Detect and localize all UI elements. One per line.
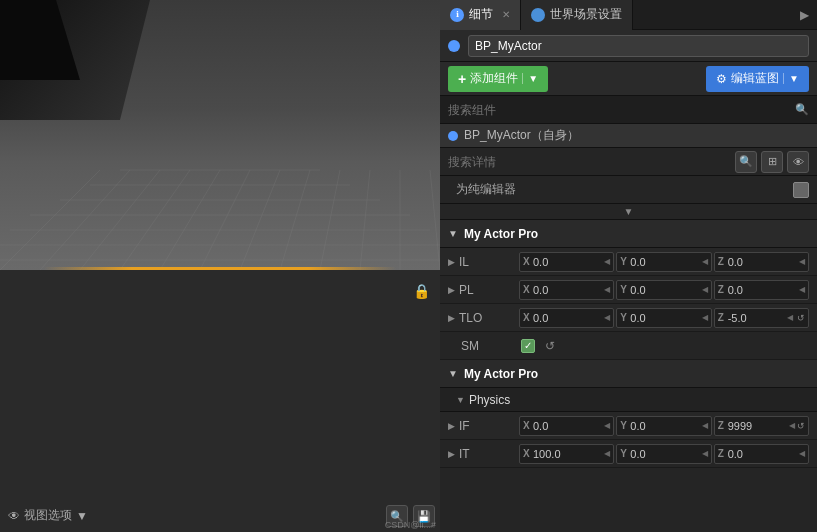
search-details-eye-button[interactable]: 👁 <box>787 151 809 173</box>
tlo-z-arrow: ◀ <box>787 313 793 322</box>
sm-reset-icon[interactable]: ↺ <box>545 339 555 353</box>
if-expand-arrow[interactable]: ▶ <box>448 421 455 431</box>
view-options[interactable]: 👁 视图选项 ▼ <box>8 507 88 524</box>
pure-editor-row: 为纯编辑器 <box>440 176 817 204</box>
tab-details[interactable]: ℹ 细节 ✕ <box>440 0 521 30</box>
property-row-if: ▶ IF X 0.0 ◀ Y 0.0 ◀ Z 9999 ◀ ↺ <box>440 412 817 440</box>
pl-expand-arrow[interactable]: ▶ <box>448 285 455 295</box>
viewport-background <box>0 0 440 270</box>
pl-z-field[interactable]: Z 0.0 ◀ <box>714 280 809 300</box>
actor-name-input[interactable] <box>468 35 809 57</box>
tlo-expand-arrow[interactable]: ▶ <box>448 313 455 323</box>
it-expand-arrow[interactable]: ▶ <box>448 449 455 459</box>
tlo-x-field[interactable]: X 0.0 ◀ <box>519 308 614 328</box>
property-row-it: ▶ IT X 100.0 ◀ Y 0.0 ◀ Z 0.0 ◀ <box>440 440 817 468</box>
it-label: IT <box>459 447 519 461</box>
viewport-bottom-panel: 🔒 🔍 💾 <box>0 270 440 532</box>
pl-x-field[interactable]: X 0.0 ◀ <box>519 280 614 300</box>
tlo-z-value: -5.0 <box>728 312 785 324</box>
property-row-tlo: ▶ TLO X 0.0 ◀ Y 0.0 ◀ Z -5.0 ◀ ↺ <box>440 304 817 332</box>
section-2-title: My Actor Pro <box>464 367 538 381</box>
if-reset-icon[interactable]: ↺ <box>797 421 805 431</box>
tlo-x-value: 0.0 <box>533 312 602 324</box>
if-label: IF <box>459 419 519 433</box>
if-z-field[interactable]: Z 9999 ◀ ↺ <box>714 416 809 436</box>
it-z-arrow: ◀ <box>799 449 805 458</box>
bp-dot-icon <box>448 131 458 141</box>
world-settings-icon <box>531 8 545 22</box>
tlo-y-field[interactable]: Y 0.0 ◀ <box>616 308 711 328</box>
tlo-y-arrow: ◀ <box>702 313 708 322</box>
tlo-x-arrow: ◀ <box>604 313 610 322</box>
add-component-label: 添加组件 <box>470 70 518 87</box>
physics-subsection[interactable]: ▼ Physics <box>440 388 817 412</box>
il-y-field[interactable]: Y 0.0 ◀ <box>616 252 711 272</box>
if-x-label: X <box>523 420 531 431</box>
view-options-label: 视图选项 <box>24 507 72 524</box>
toolbar: + 添加组件 ▼ ⚙ 编辑蓝图 ▼ <box>440 62 817 96</box>
sm-checkbox[interactable]: ✓ <box>521 339 535 353</box>
il-x-field[interactable]: X 0.0 ◀ <box>519 252 614 272</box>
tlo-x-label: X <box>523 312 531 323</box>
if-values: X 0.0 ◀ Y 0.0 ◀ Z 9999 ◀ ↺ <box>519 416 809 436</box>
it-x-field[interactable]: X 100.0 ◀ <box>519 444 614 464</box>
tab-bar: ℹ 细节 ✕ 世界场景设置 ▶ <box>440 0 817 30</box>
it-y-field[interactable]: Y 0.0 ◀ <box>616 444 711 464</box>
add-component-button[interactable]: + 添加组件 ▼ <box>448 66 548 92</box>
tlo-z-label: Z <box>718 312 726 323</box>
svg-line-16 <box>360 170 370 270</box>
search-component-input[interactable] <box>448 103 795 117</box>
pl-label: PL <box>459 283 519 297</box>
it-z-field[interactable]: Z 0.0 ◀ <box>714 444 809 464</box>
pl-y-arrow: ◀ <box>702 285 708 294</box>
pl-y-label: Y <box>620 284 628 295</box>
if-z-label: Z <box>718 420 726 431</box>
edit-blueprint-chevron: ▼ <box>783 73 799 84</box>
il-x-label: X <box>523 256 531 267</box>
dropdown-arrow-icon: ▼ <box>624 206 634 217</box>
tlo-y-label: Y <box>620 312 628 323</box>
viewport-save-button[interactable]: 💾 <box>413 505 435 527</box>
tlo-label: TLO <box>459 311 519 325</box>
tlo-z-field[interactable]: Z -5.0 ◀ ↺ <box>714 308 809 328</box>
il-expand-arrow[interactable]: ▶ <box>448 257 455 267</box>
search-component-icon: 🔍 <box>795 103 809 116</box>
section-my-actor-pro-1[interactable]: ▼ My Actor Pro <box>440 220 817 248</box>
tab-world-settings[interactable]: 世界场景设置 <box>521 0 633 30</box>
tlo-reset-icon[interactable]: ↺ <box>797 313 805 323</box>
bp-component-label: BP_MyActor（自身） <box>464 127 579 144</box>
tlo-y-value: 0.0 <box>630 312 699 324</box>
tab-overflow[interactable]: ▶ <box>792 8 817 22</box>
pure-editor-toggle[interactable] <box>793 182 809 198</box>
il-z-field[interactable]: Z 0.0 ◀ <box>714 252 809 272</box>
search-details-bar: 🔍 ⊞ 👁 <box>440 148 817 176</box>
pl-values: X 0.0 ◀ Y 0.0 ◀ Z 0.0 ◀ <box>519 280 809 300</box>
pl-y-field[interactable]: Y 0.0 ◀ <box>616 280 711 300</box>
edit-blueprint-button[interactable]: ⚙ 编辑蓝图 ▼ <box>706 66 809 92</box>
il-label: IL <box>459 255 519 269</box>
search-details-input[interactable] <box>448 155 731 169</box>
it-y-label: Y <box>620 448 628 459</box>
if-y-arrow: ◀ <box>702 421 708 430</box>
bp-component-row[interactable]: BP_MyActor（自身） <box>440 124 817 148</box>
search-details-grid-button[interactable]: ⊞ <box>761 151 783 173</box>
tlo-values: X 0.0 ◀ Y 0.0 ◀ Z -5.0 ◀ ↺ <box>519 308 809 328</box>
if-x-field[interactable]: X 0.0 ◀ <box>519 416 614 436</box>
tab-details-close[interactable]: ✕ <box>502 9 510 20</box>
pl-y-value: 0.0 <box>630 284 699 296</box>
il-z-value: 0.0 <box>728 256 797 268</box>
if-y-field[interactable]: Y 0.0 ◀ <box>616 416 711 436</box>
eye-icon: 👁 <box>8 509 20 523</box>
section-my-actor-pro-2[interactable]: ▼ My Actor Pro <box>440 360 817 388</box>
it-x-arrow: ◀ <box>604 449 610 458</box>
search-details-search-button[interactable]: 🔍 <box>735 151 757 173</box>
il-z-arrow: ◀ <box>799 257 805 266</box>
add-icon: + <box>458 71 466 87</box>
view-options-chevron: ▼ <box>76 509 88 523</box>
search-component-bar: 🔍 <box>440 96 817 124</box>
viewport-controls: 🔍 💾 <box>386 505 435 527</box>
tab-details-label: 细节 <box>469 6 493 23</box>
viewport-search-button[interactable]: 🔍 <box>386 505 408 527</box>
actor-icon <box>448 40 460 52</box>
pure-editor-label: 为纯编辑器 <box>456 181 785 198</box>
